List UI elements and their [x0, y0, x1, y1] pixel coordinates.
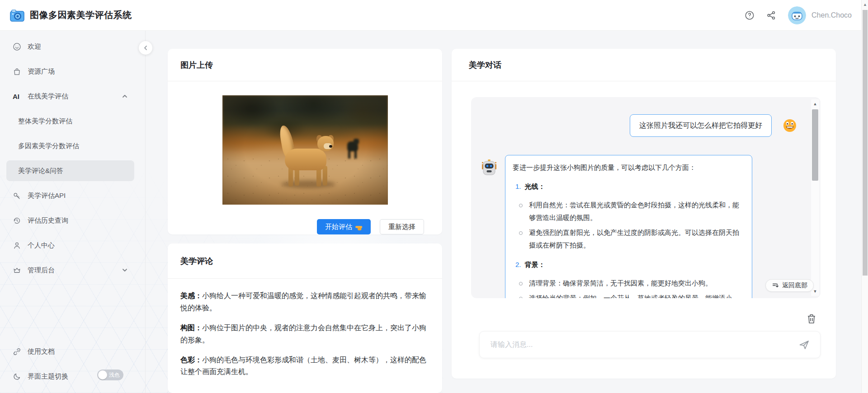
- back-to-bottom-button[interactable]: 返回底部: [765, 279, 814, 292]
- share-icon[interactable]: [766, 10, 776, 20]
- history-icon: [13, 216, 21, 225]
- theme-toggle[interactable]: 浅色: [97, 370, 123, 380]
- sidebar: 欢迎 资源广场 AI 在线美学评估 整体美学分数评估 多因素美学分数评估: [0, 31, 146, 393]
- sidebar-item-resource-plaza[interactable]: 资源广场: [6, 61, 134, 82]
- moon-icon: [13, 372, 21, 381]
- toggle-label: 浅色: [109, 371, 120, 379]
- uploaded-image-preview: [222, 95, 388, 205]
- bot-message-bubble: 要进一步提升这张小狗图片的质量，可以考虑以下几个方面： 1. 光线： 利用自然光…: [505, 155, 752, 298]
- bot-bullet: 避免强烈的直射阳光，以免产生过度的阴影或高光。可以选择在阴天拍摄或在树荫下拍摄。: [513, 226, 744, 252]
- bot-bullet-list: 清理背景：确保背景简洁，无干扰因素，能更好地突出小狗。 选择恰当的背景：例如，一…: [513, 277, 744, 298]
- main-content: 图片上传: [146, 31, 868, 393]
- bot-bullet: 清理背景：确保背景简洁，无干扰因素，能更好地突出小狗。: [513, 277, 744, 290]
- upload-panel-title: 图片上传: [180, 60, 213, 70]
- review-paragraph: 构图：小狗位于图片的中央，观者的注意力会自然集中在它身上，突出了小狗的形象。: [180, 322, 429, 346]
- chevron-down-icon: [122, 267, 128, 273]
- chat-scrollbar-thumb[interactable]: [812, 109, 818, 181]
- sidebar-item-multifactor-score[interactable]: 多因素美学分数评估: [6, 136, 134, 156]
- bot-bullet: 利用自然光：尝试在晨光或黄昏的金色时段拍摄，这样的光线柔和，能够营造出温暖的氛围…: [513, 199, 744, 224]
- bag-icon: [13, 67, 21, 76]
- top-header: 图像多因素美学评估系统: [0, 0, 868, 31]
- sidebar-item-label: 美学评论&问答: [18, 167, 63, 175]
- link-icon: [13, 347, 21, 356]
- toggle-knob: [98, 370, 107, 379]
- sidebar-item-label: 管理后台: [28, 266, 55, 275]
- key-icon: [13, 192, 21, 200]
- page-title: 图像多因素美学评估系统: [30, 9, 132, 21]
- user-message-row: 这张照片我还可以怎么样把它拍得更好: [480, 114, 797, 137]
- user-menu[interactable]: Chen.Choco: [788, 6, 852, 24]
- sidebar-item-label: 资源广场: [28, 67, 55, 76]
- bot-bullet-list: 利用自然光：尝试在晨光或黄昏的金色时段拍摄，这样的光线柔和，能够营造出温暖的氛围…: [513, 199, 744, 252]
- robot-emoji: [480, 159, 498, 177]
- scrollbar-up-arrow[interactable]: ▲: [811, 100, 819, 108]
- user-name: Chen.Choco: [811, 11, 852, 19]
- bot-message-row: 要进一步提升这张小狗图片的质量，可以考虑以下几个方面： 1. 光线： 利用自然光…: [480, 155, 797, 298]
- review-paragraph: 色彩：小狗的毛色与环境色彩形成和谐（土地、麦田、树木等），这样的配色让整个画面充…: [180, 354, 429, 379]
- trash-icon: [807, 313, 816, 324]
- smiley-icon: [13, 42, 21, 51]
- clear-chat-button[interactable]: [807, 313, 816, 324]
- sidebar-item-online-evaluation[interactable]: AI 在线美学评估: [6, 86, 134, 107]
- user-message-bubble: 这张照片我还可以怎么样把它拍得更好: [630, 114, 772, 137]
- sidebar-item-admin[interactable]: 管理后台: [6, 260, 134, 281]
- grinning-face-emoji: [783, 119, 797, 132]
- sidebar-item-label: 美学评估API: [28, 192, 66, 200]
- send-button[interactable]: [798, 339, 810, 351]
- sidebar-item-label: 个人中心: [28, 241, 55, 250]
- upload-panel: 图片上传: [168, 49, 442, 234]
- page-scrollbar-up-arrow[interactable]: ▲: [862, 1, 868, 8]
- user-avatar-icon: [788, 6, 806, 24]
- ai-text-icon: AI: [13, 93, 21, 100]
- crown-icon: [13, 266, 21, 275]
- review-panel: 美学评论 美感：小狗给人一种可爱和温暖的感觉，这种情感能引起观者的共鸣，带来愉悦…: [168, 243, 442, 393]
- camera-logo-icon: [10, 9, 24, 22]
- send-icon: [798, 339, 810, 351]
- sidebar-item-label: 评估历史查询: [28, 216, 68, 225]
- sidebar-item-label: 在线美学评估: [28, 92, 68, 101]
- sidebar-item-label: 界面主题切换: [28, 372, 68, 381]
- sidebar-item-history[interactable]: 评估历史查询: [6, 210, 134, 231]
- sidebar-item-label: 多因素美学分数评估: [18, 142, 79, 150]
- sidebar-collapse-button[interactable]: [139, 41, 152, 55]
- bot-intro: 要进一步提升这张小狗图片的质量，可以考虑以下几个方面：: [513, 162, 744, 173]
- sidebar-item-overall-score[interactable]: 整体美学分数评估: [6, 111, 134, 131]
- scroll-to-bottom-icon: [772, 282, 779, 289]
- page-scrollbar-thumb[interactable]: [863, 10, 868, 276]
- review-panel-title: 美学评论: [180, 256, 213, 267]
- sidebar-item-welcome[interactable]: 欢迎: [6, 36, 134, 57]
- review-paragraph: 美感：小狗给人一种可爱和温暖的感觉，这种情感能引起观者的共鸣，带来愉悦的体验。: [180, 290, 429, 314]
- page-scrollbar[interactable]: ▲: [861, 0, 868, 393]
- chat-message-area: 这张照片我还可以怎么样把它拍得更好: [471, 97, 821, 298]
- help-icon[interactable]: [745, 10, 755, 20]
- sidebar-item-label: 欢迎: [28, 42, 41, 51]
- user-icon: [13, 241, 21, 250]
- sidebar-item-comment-qa[interactable]: 美学评论&问答: [6, 160, 134, 181]
- bot-section: 2. 背景：: [513, 259, 744, 271]
- message-input-box: [479, 331, 821, 358]
- message-input[interactable]: [491, 341, 798, 349]
- chevron-up-icon: [122, 93, 128, 99]
- bot-section: 1. 光线：: [513, 181, 744, 192]
- reselect-button[interactable]: 重新选择: [380, 219, 424, 234]
- sidebar-item-docs[interactable]: 使用文档: [6, 341, 134, 362]
- sidebar-item-profile[interactable]: 个人中心: [6, 235, 134, 256]
- start-evaluation-button[interactable]: 开始评估: [317, 219, 371, 234]
- sidebar-item-label: 整体美学分数评估: [18, 117, 72, 126]
- bot-bullet: 选择恰当的背景：例如，一个花丛、草地或者轻盈的风景，能增添小: [513, 292, 744, 298]
- sidebar-item-label: 使用文档: [28, 347, 55, 356]
- chat-scrollbar[interactable]: ▲ ▼: [811, 99, 819, 296]
- sidebar-item-api[interactable]: 美学评估API: [6, 185, 134, 206]
- chat-panel-title: 美学对话: [469, 60, 501, 70]
- point-right-emoji: [355, 223, 363, 231]
- chat-panel: 美学对话 这张照片我还可以怎么样把它拍得更好: [452, 49, 836, 379]
